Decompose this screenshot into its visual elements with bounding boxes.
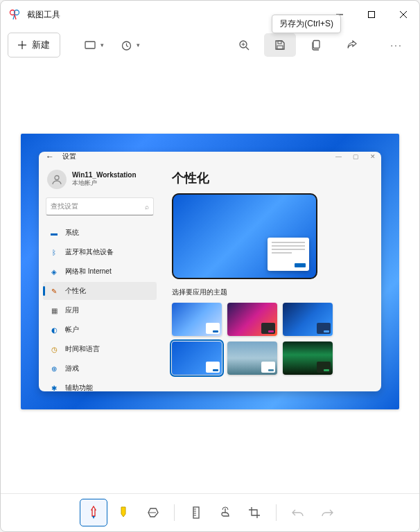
profile-block[interactable]: Win11_Workstation 本地帐户 [43, 167, 157, 192]
theme-option-2[interactable] [227, 303, 277, 336]
snip-mode-dropdown[interactable]: ▾ [78, 33, 110, 57]
theme-option-4[interactable] [172, 342, 222, 375]
avatar [47, 170, 67, 189]
canvas-area: ← 设置 — ▢ ✕ Win11_Workstation [1, 62, 419, 493]
svg-rect-21 [193, 507, 199, 518]
svg-rect-8 [85, 42, 95, 48]
save-as-tooltip: 另存为(Ctrl+S) [272, 15, 341, 33]
redo-button[interactable] [314, 499, 340, 526]
profile-type: 本地帐户 [72, 179, 137, 188]
app-icon [9, 9, 20, 20]
chevron-down-icon: ▾ [100, 42, 104, 48]
network-icon: ◈ [50, 267, 58, 276]
copy-icon [310, 39, 322, 51]
search-icon: ⌕ [145, 203, 149, 211]
undo-icon [292, 508, 304, 517]
screenshot-preview[interactable]: ← 设置 — ▢ ✕ Win11_Workstation [21, 134, 399, 409]
rectangle-icon [85, 40, 96, 50]
close-icon[interactable]: ✕ [370, 153, 376, 160]
chevron-down-icon: ▾ [137, 42, 140, 48]
more-icon: ··· [390, 39, 403, 51]
redo-icon [321, 508, 333, 517]
bluetooth-icon: ᛒ [50, 248, 58, 256]
nav-apps[interactable]: ▦应用 [43, 301, 157, 319]
delay-dropdown[interactable]: ▾ [114, 33, 146, 57]
touch-icon [219, 506, 231, 519]
zoom-button[interactable] [228, 33, 260, 57]
zoom-icon [238, 39, 250, 51]
svg-rect-3 [369, 12, 375, 18]
ruler-icon [191, 506, 201, 519]
page-title: 个性化 [172, 170, 370, 186]
search-placeholder: 查找设置 [51, 202, 78, 211]
highlighter-tool[interactable] [110, 499, 137, 526]
desktop-preview[interactable] [172, 193, 317, 279]
bottom-toolbar [1, 493, 419, 531]
toolbar: 新建 ▾ ▾ ··· [1, 28, 419, 62]
svg-rect-17 [277, 46, 283, 49]
nav-accounts[interactable]: ◐帐户 [43, 321, 157, 339]
settings-window: ← 设置 — ▢ ✕ Win11_Workstation [39, 152, 381, 391]
theme-label: 选择要应用的主题 [172, 287, 370, 297]
pen-tool[interactable] [80, 499, 107, 526]
preview-window-card [268, 238, 309, 271]
system-icon: ▬ [50, 229, 58, 237]
nav-bluetooth[interactable]: ᛒ蓝牙和其他设备 [43, 243, 157, 261]
brush-icon: ✎ [50, 287, 58, 295]
nav-network[interactable]: ◈网络和 Internet [43, 263, 157, 281]
maximize-icon[interactable]: ▢ [353, 153, 359, 160]
app-window: 截图工具 另存为(Ctrl+S) 新建 ▾ ▾ [0, 0, 420, 532]
copy-button[interactable] [300, 33, 332, 57]
nav-gaming[interactable]: ⊕游戏 [43, 360, 157, 378]
pen-icon [87, 506, 100, 520]
svg-rect-18 [313, 41, 320, 48]
nav-accessibility[interactable]: ✱辅助功能 [43, 379, 157, 391]
more-button[interactable]: ··· [380, 33, 412, 57]
clock-icon [121, 40, 132, 51]
share-icon [347, 39, 358, 51]
nav-system[interactable]: ▬系统 [43, 224, 157, 242]
accounts-icon: ◐ [50, 326, 58, 334]
save-button[interactable] [264, 33, 296, 57]
svg-line-11 [126, 46, 128, 47]
plus-icon [18, 41, 26, 49]
time-icon: ◷ [50, 345, 58, 353]
back-button[interactable]: ← [44, 152, 55, 161]
search-input[interactable]: 查找设置 ⌕ [46, 197, 154, 215]
titlebar: 截图工具 [1, 1, 419, 28]
gaming-icon: ⊕ [50, 364, 58, 373]
apps-icon: ▦ [50, 306, 58, 314]
highlighter-icon [117, 506, 130, 520]
ruler-tool[interactable] [183, 499, 209, 526]
settings-sidebar: Win11_Workstation 本地帐户 查找设置 ⌕ ▬系统 ᛒ蓝牙和其他… [39, 161, 161, 391]
settings-titlebar: ← 设置 — ▢ ✕ [39, 152, 381, 161]
touch-tool[interactable] [212, 499, 238, 526]
svg-point-19 [55, 176, 59, 180]
nav-personalization[interactable]: ✎个性化 [43, 282, 157, 300]
maximize-button[interactable] [356, 1, 387, 28]
undo-button[interactable] [285, 499, 311, 526]
profile-name: Win11_Workstation [72, 171, 137, 179]
crop-tool[interactable] [241, 499, 268, 526]
minimize-icon[interactable]: — [335, 153, 342, 160]
divider [174, 504, 175, 521]
new-button[interactable]: 新建 [8, 33, 60, 57]
eraser-icon [146, 507, 159, 518]
theme-option-1[interactable] [172, 303, 222, 336]
settings-title: 设置 [62, 152, 76, 161]
close-button[interactable] [387, 1, 419, 28]
nav-time[interactable]: ◷时间和语言 [43, 340, 157, 358]
new-button-label: 新建 [32, 39, 50, 51]
crop-icon [248, 506, 261, 519]
save-icon [274, 39, 286, 51]
app-title: 截图工具 [27, 9, 60, 21]
theme-option-6[interactable] [283, 342, 333, 375]
theme-option-5[interactable] [227, 342, 277, 375]
eraser-tool[interactable] [139, 499, 166, 526]
divider [276, 504, 277, 521]
settings-content: 个性化 选择要应用的主题 [161, 161, 381, 391]
accessibility-icon: ✱ [50, 384, 58, 391]
svg-line-13 [246, 47, 249, 50]
theme-option-3[interactable] [283, 303, 333, 336]
share-button[interactable] [336, 33, 368, 57]
